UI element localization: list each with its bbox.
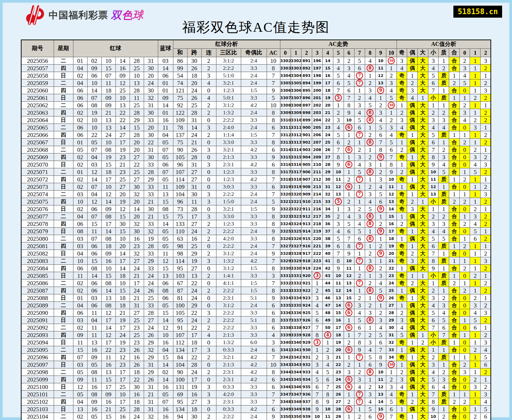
cell-trend-9: 5	[375, 331, 386, 339]
cell-red-ball-6: 24	[144, 79, 158, 87]
cell-trend-6: 7	[344, 235, 354, 242]
cell-trend-0: 3303	[280, 65, 291, 72]
cell-ac-value: 6	[267, 161, 280, 168]
table-row-2025084: 2025084四06081014243315952703:1:21:583330…	[21, 265, 491, 272]
cell-week: 四	[54, 309, 73, 317]
cell-analysis-3: 1	[428, 102, 439, 109]
cell-analysis-6: 0	[459, 228, 470, 235]
cell-red-ball-3: 22	[101, 346, 115, 354]
cell-analysis-8: 1	[481, 176, 491, 183]
cell-trend-4: 40	[322, 250, 333, 257]
col-header-analysis-1: 偶	[407, 49, 418, 57]
cell-red-ball-3: 17	[101, 176, 115, 183]
cell-trend-8: 2	[365, 183, 375, 191]
cell-issue: 2025084	[21, 265, 54, 272]
cell-analysis-3: 小	[428, 339, 439, 346]
cell-trend-7: 1	[354, 198, 365, 205]
cell-week: 二	[54, 124, 73, 131]
cell-red-ball-6: 31	[144, 146, 158, 154]
cell-red-ball-2: 05	[87, 413, 101, 420]
cell-red-ball-3: 17	[101, 383, 115, 391]
cell-week: 二	[54, 213, 73, 220]
cell-trend-2: 926	[301, 317, 312, 324]
table-row-2025077: 2025077二04070815202115751733:3:03:383323…	[21, 213, 491, 220]
cell-ac-value: 6	[267, 383, 280, 391]
cell-consecutive: 2	[201, 57, 216, 65]
cell-odd-even-ratio: 3:3	[241, 94, 267, 102]
cell-trend-7: 7	[354, 242, 365, 250]
cell-trend-2: 932	[301, 361, 312, 368]
cell-trend-8: 1	[365, 146, 375, 154]
cell-analysis-3: 4	[428, 65, 439, 72]
cell-trend-10: 30	[386, 324, 397, 331]
cell-analysis-3: 2	[428, 213, 439, 220]
cell-sum: 91	[173, 324, 187, 331]
cell-analysis-8: 2	[481, 131, 491, 139]
cell-red-ball-2: 16	[87, 383, 101, 391]
cell-trend-3: 10	[312, 413, 322, 420]
cell-issue: 2025068	[21, 146, 54, 154]
cell-analysis-4: 质	[439, 398, 449, 406]
cell-ac-value: 7	[267, 176, 280, 183]
cell-red-ball-2: 10	[87, 116, 101, 124]
cell-analysis-3: 10	[428, 413, 439, 420]
cell-analysis-6: 0	[459, 146, 470, 154]
cell-analysis-7: 1	[470, 57, 481, 65]
cell-analysis-8: 1	[481, 72, 491, 79]
cell-span: 22	[187, 324, 201, 331]
cell-trend-4: 2	[322, 346, 333, 354]
cell-sum: 104	[173, 191, 187, 198]
cell-odd-even-ratio: 4:2	[241, 257, 267, 265]
cell-trend-0: 3328	[280, 250, 291, 257]
cell-trend-0: 3350	[280, 413, 291, 420]
cell-ac-value: 8	[267, 65, 280, 72]
cell-analysis-8: 6	[481, 361, 491, 368]
cell-red-ball-3: 17	[101, 339, 115, 346]
cell-analysis-3: 4	[428, 228, 439, 235]
cell-red-ball-6: 29	[144, 339, 158, 346]
cell-analysis-7: 1	[470, 176, 481, 183]
cell-red-ball-2: 13	[87, 339, 101, 346]
cell-odd-even-ratio: 3:3	[241, 309, 267, 317]
cell-trend-8: 2	[365, 79, 375, 87]
cell-red-ball-5: 18	[130, 398, 144, 406]
cell-trend-9: 2	[375, 265, 386, 272]
cell-trend-9: 3	[375, 317, 386, 324]
cell-trend-1: 3313	[291, 139, 301, 146]
cell-analysis-8: 2	[481, 168, 491, 176]
cell-analysis-8: 2	[481, 302, 491, 309]
cell-analysis-5: 合	[449, 287, 460, 294]
cell-red-ball-1: 02	[73, 287, 87, 294]
cell-analysis-0: 奇	[397, 250, 407, 257]
ac-hit-circle: 6	[345, 183, 352, 190]
cell-trend-7: 7	[354, 331, 365, 339]
cell-red-ball-2: 07	[87, 213, 101, 220]
cell-analysis-1: 2	[407, 280, 418, 287]
cell-red-ball-5: 25	[130, 102, 144, 109]
cell-sum: 95	[173, 317, 187, 324]
cell-trend-4: 4	[322, 361, 333, 368]
cell-red-ball-1: 04	[73, 250, 87, 257]
cell-trend-8: 8	[365, 317, 375, 324]
cell-analysis-3: 5	[428, 131, 439, 139]
cell-trend-5: 2	[333, 109, 344, 116]
cell-analysis-7: 2	[470, 146, 481, 154]
cell-odd-even-ratio: 2:4	[241, 346, 267, 354]
cell-trend-4: 48	[322, 309, 333, 317]
cell-blue-ball: 05	[158, 302, 173, 309]
cell-trend-10: 31	[386, 331, 397, 339]
cell-red-ball-4: 18	[115, 294, 130, 302]
ac-hit-circle: 10	[388, 361, 395, 368]
cell-trend-7: 7	[354, 72, 365, 79]
cell-sum: 134	[173, 406, 187, 413]
table-row-2025091: 2025091日03041719252714952422:2:25:183337…	[21, 317, 491, 324]
cell-analysis-8: 5	[481, 406, 491, 413]
cell-red-ball-6: 32	[144, 228, 158, 235]
cell-trend-5: 6	[333, 79, 344, 87]
cell-zone-ratio: 0:3:3	[216, 346, 241, 354]
cell-red-ball-5: 28	[130, 87, 144, 94]
table-row-2025099: 2025099四091115172226141001702:3:14:26334…	[21, 376, 491, 383]
cell-week: 二	[54, 368, 73, 376]
cell-red-ball-4: 23	[115, 346, 130, 354]
cell-trend-4: 3	[322, 354, 333, 361]
